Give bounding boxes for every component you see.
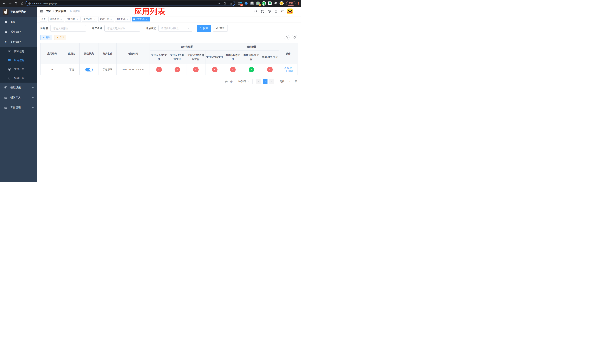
- tab-home[interactable]: 首页: [40, 17, 47, 21]
- refresh-icon: [293, 36, 296, 39]
- status-fail-icon: ×: [267, 67, 273, 72]
- sidebar-item-label: 系统管理: [10, 30, 21, 34]
- password-key-icon[interactable]: [217, 2, 220, 5]
- sidebar-item-label: 首页: [10, 20, 16, 24]
- goto-page-input[interactable]: [286, 79, 293, 84]
- sidebar-item-label: 商户信息: [14, 50, 24, 53]
- github-icon[interactable]: [261, 10, 264, 13]
- sidebar-logo[interactable]: 芋道管理系统: [0, 7, 37, 17]
- sidebar-item-pay[interactable]: ¥ 支付管理: [0, 37, 37, 47]
- edit-link[interactable]: 修改: [284, 66, 292, 70]
- sidebar-item-refund-order[interactable]: 退款订单: [0, 74, 37, 83]
- url-text: localhost:1024/pay/app: [32, 2, 58, 5]
- tab-refund-order[interactable]: 退款订单×: [98, 17, 114, 21]
- extension-gem-icon[interactable]: [244, 1, 248, 5]
- status-switch[interactable]: [85, 68, 93, 72]
- browser-forward-button[interactable]: [8, 1, 13, 6]
- cell-status: [80, 64, 98, 75]
- tab-close-icon[interactable]: ×: [110, 18, 112, 20]
- browser-home-button[interactable]: [20, 1, 24, 6]
- extension-chat-icon[interactable]: [268, 1, 272, 5]
- sidebar-item-infrastructure[interactable]: 基础设施: [0, 83, 37, 93]
- edit-pencil-icon: [284, 67, 287, 69]
- extension-command-icon[interactable]: ⌘: [250, 1, 254, 5]
- reset-button[interactable]: 重置: [213, 25, 228, 32]
- sidebar-menu: 首页 系统管理 ¥ 支付管理: [0, 17, 37, 182]
- status-label: 开启状态: [146, 27, 156, 30]
- fullscreen-icon[interactable]: [274, 10, 278, 13]
- help-icon[interactable]: [268, 10, 271, 13]
- sidebar-item-workflow[interactable]: 工作流程: [0, 103, 37, 113]
- breadcrumb-home[interactable]: 首页: [46, 10, 52, 13]
- refresh-table-button[interactable]: [292, 35, 297, 40]
- cell-actions: 修改 删除: [279, 64, 298, 75]
- profile-avatar-icon[interactable]: [280, 1, 284, 5]
- search-icon[interactable]: [254, 10, 258, 13]
- sidebar-item-app-info[interactable]: 应用信息: [0, 56, 37, 65]
- sidebar-item-home[interactable]: 首页: [0, 17, 37, 27]
- browser-refresh-button[interactable]: [14, 1, 19, 6]
- browser-back-button[interactable]: [2, 1, 7, 6]
- breadcrumb-separator: /: [53, 10, 54, 13]
- col-header-wx-lite: 微信小程序支付: [224, 51, 242, 64]
- extension-sidekick-icon[interactable]: 10: [238, 1, 242, 5]
- avatar-caret-icon[interactable]: [296, 10, 298, 13]
- prev-page-button[interactable]: [256, 79, 261, 84]
- next-page-button[interactable]: [269, 79, 274, 84]
- extension-avatar-icon[interactable]: 1: [256, 1, 260, 5]
- sidebar-item-dev-tools[interactable]: 研发工具: [0, 93, 37, 103]
- tab-user-group[interactable]: 用户分组×: [65, 17, 81, 21]
- merchant-name-input[interactable]: [104, 25, 140, 32]
- tab-close-icon[interactable]: ×: [127, 18, 129, 20]
- chevron-right-icon: [270, 81, 272, 83]
- pagination: 共 1 条 10条/页 1 前往 页: [40, 79, 297, 84]
- add-button[interactable]: 新增: [40, 35, 52, 40]
- status-select[interactable]: 请选择开启状态: [159, 25, 192, 32]
- status-fail-icon: ×: [193, 67, 199, 72]
- trash-icon: [285, 70, 288, 72]
- group-header-wechat: 微信配置: [224, 43, 279, 51]
- sidebar-item-system[interactable]: 系统管理: [0, 27, 37, 37]
- tab-process-form[interactable]: 流程表单×: [48, 17, 64, 21]
- show-search-toggle-button[interactable]: [284, 35, 290, 40]
- tab-close-icon[interactable]: ×: [93, 18, 96, 20]
- sidebar-collapse-icon[interactable]: [40, 9, 44, 13]
- tab-app-info[interactable]: 应用信息×: [132, 17, 150, 21]
- tab-close-icon[interactable]: ×: [60, 18, 62, 20]
- font-size-icon[interactable]: TT: [281, 10, 284, 13]
- delete-link[interactable]: 删除: [285, 70, 293, 73]
- sidebar-item-merchant-info[interactable]: 商户信息: [0, 47, 37, 56]
- export-button-label: 导出: [60, 36, 64, 39]
- app-name-input[interactable]: [50, 25, 86, 32]
- chevron-down-icon: [188, 27, 190, 30]
- info-icon[interactable]: [28, 2, 31, 5]
- page-size-select[interactable]: 10条/页: [235, 79, 253, 84]
- browser-menu-icon[interactable]: •••: [297, 2, 299, 5]
- extension-badge-10: 10: [240, 4, 243, 6]
- browser-toolbar: localhost:1024/pay/app 10 ⌘ 1 y: [0, 0, 301, 7]
- yen-icon: ¥: [4, 41, 8, 44]
- bookmark-star-icon[interactable]: [229, 2, 233, 5]
- col-header-merchant: 商户名称: [98, 43, 117, 64]
- page-number-1[interactable]: 1: [263, 79, 268, 84]
- pay-submenu: 商户信息 应用信息 支付订单: [0, 47, 37, 83]
- extensions-puzzle-icon[interactable]: [274, 1, 278, 5]
- sidebar-item-pay-order[interactable]: 支付订单: [0, 65, 37, 74]
- top-navbar: 首页 / 支付管理 / 应用信息 应用列表 TT: [37, 7, 301, 16]
- tab-close-icon[interactable]: ×: [146, 18, 148, 20]
- user-avatar[interactable]: [287, 9, 293, 14]
- chrome-update-button[interactable]: 更新: [286, 1, 295, 6]
- search-button-label: 搜索: [203, 27, 208, 30]
- address-bar[interactable]: localhost:1024/pay/app: [26, 1, 235, 6]
- cell-app-name: 芋道: [64, 64, 80, 75]
- export-button[interactable]: 导出: [54, 35, 66, 40]
- extension-y-icon[interactable]: y: [262, 1, 266, 5]
- cell-wx-lite: ×: [224, 64, 242, 75]
- tab-close-icon[interactable]: ×: [76, 18, 79, 20]
- share-icon[interactable]: [224, 2, 226, 5]
- app-title: 芋道管理系统: [10, 10, 26, 13]
- cell-wx-jsapi: ✓: [242, 64, 261, 75]
- tab-pay-order[interactable]: 支付订单×: [82, 17, 97, 21]
- search-button[interactable]: 搜索: [197, 25, 211, 32]
- tab-merchant-info[interactable]: 商户信息×: [115, 17, 131, 21]
